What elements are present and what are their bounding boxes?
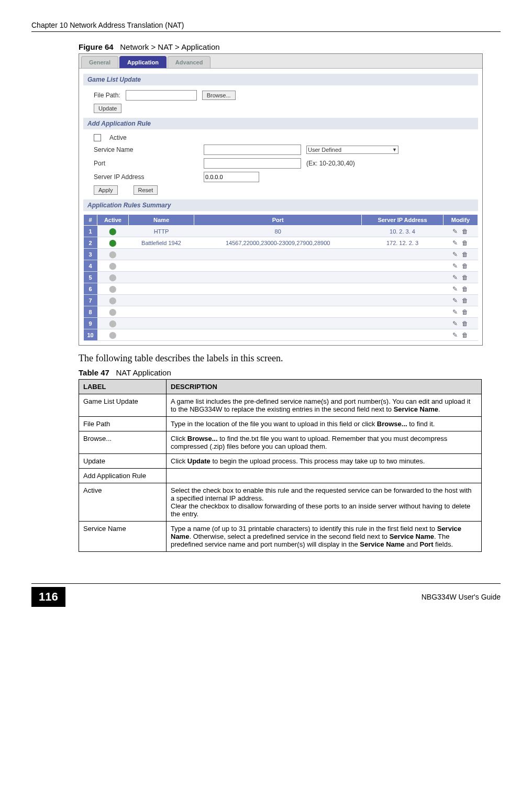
row-active: ⬤	[97, 272, 129, 283]
row-server-ip: 172. 12. 2. 3	[362, 237, 444, 249]
row-port	[194, 249, 362, 260]
service-name-input[interactable]	[204, 145, 301, 155]
desc-row: UpdateClick Update to begin the upload p…	[79, 454, 482, 469]
lightbulb-off-icon: ⬤	[109, 250, 117, 258]
trash-icon[interactable]: 🗑	[462, 285, 468, 293]
row-port	[194, 260, 362, 272]
port-input[interactable]	[204, 158, 301, 169]
service-dropdown[interactable]: User Defined ▼	[306, 146, 398, 154]
row-port	[194, 329, 362, 341]
edit-icon[interactable]: ✎	[452, 251, 458, 258]
desc-text: Type a name (of up to 31 printable chara…	[167, 522, 482, 552]
row-port	[194, 306, 362, 318]
desc-label: Add Application Rule	[79, 469, 167, 483]
lightbulb-off-icon: ⬤	[109, 273, 117, 281]
server-ip-input[interactable]	[204, 172, 259, 182]
row-number: 9	[84, 318, 97, 329]
row-server-ip	[362, 249, 444, 260]
trash-icon[interactable]: 🗑	[462, 308, 468, 316]
section-game-list-update: Game List Update	[83, 74, 478, 85]
row-name	[128, 249, 194, 260]
edit-icon[interactable]: ✎	[452, 331, 458, 339]
trash-icon[interactable]: 🗑	[462, 262, 468, 270]
screenshot-container: General Application Advanced Game List U…	[79, 53, 483, 346]
desc-text	[167, 469, 482, 483]
trash-icon[interactable]: 🗑	[462, 320, 468, 327]
port-label: Port	[94, 160, 198, 167]
row-number: 3	[84, 249, 97, 260]
tab-advanced[interactable]: Advanced	[168, 56, 211, 68]
desc-label: Game List Update	[79, 394, 167, 417]
desc-row: Service NameType a name (of up to 31 pri…	[79, 522, 482, 552]
table-row: 1⬤HTTP8010. 2. 3. 4✎🗑	[84, 226, 478, 237]
row-port	[194, 283, 362, 295]
description-table: LABEL DESCRIPTION Game List UpdateA game…	[79, 379, 482, 552]
row-number: 6	[84, 283, 97, 295]
row-name	[128, 306, 194, 318]
trash-icon[interactable]: 🗑	[462, 331, 468, 339]
edit-icon[interactable]: ✎	[452, 262, 458, 270]
reset-button[interactable]: Reset	[134, 185, 158, 195]
row-server-ip: 10. 2. 3. 4	[362, 226, 444, 237]
desc-label: Service Name	[79, 522, 167, 552]
figure-caption: Figure 64 Network > NAT > Application	[79, 42, 501, 51]
edit-icon[interactable]: ✎	[452, 274, 458, 281]
desc-text: Click Update to begin the upload process…	[167, 454, 482, 469]
server-ip-label: Server IP Address	[94, 173, 198, 181]
desc-header-desc: DESCRIPTION	[167, 380, 482, 394]
col-active: Active	[97, 215, 129, 226]
service-name-label: Service Name	[94, 146, 198, 153]
row-active: ⬤	[97, 295, 129, 306]
edit-icon[interactable]: ✎	[452, 285, 458, 293]
row-server-ip	[362, 283, 444, 295]
trash-icon[interactable]: 🗑	[462, 297, 468, 304]
apply-button[interactable]: Apply	[94, 185, 118, 195]
row-modify: ✎🗑	[443, 295, 478, 306]
trash-icon[interactable]: 🗑	[462, 239, 468, 247]
edit-icon[interactable]: ✎	[452, 308, 458, 316]
col-modify: Modify	[443, 215, 478, 226]
page-footer: 116 NBG334W User's Guide	[31, 583, 501, 607]
row-name: Battlefield 1942	[128, 237, 194, 249]
row-number: 2	[84, 237, 97, 249]
table-row: 9⬤✎🗑	[84, 318, 478, 329]
col-port: Port	[194, 215, 362, 226]
row-server-ip	[362, 295, 444, 306]
col-server-ip: Server IP Address	[362, 215, 444, 226]
table-row: 7⬤✎🗑	[84, 295, 478, 306]
trash-icon[interactable]: 🗑	[462, 274, 468, 281]
tab-application[interactable]: Application	[119, 56, 167, 68]
file-path-input[interactable]	[126, 90, 197, 101]
trash-icon[interactable]: 🗑	[462, 228, 468, 235]
active-checkbox[interactable]	[94, 134, 101, 141]
row-active: ⬤	[97, 329, 129, 341]
row-number: 5	[84, 272, 97, 283]
table-row: 3⬤✎🗑	[84, 249, 478, 260]
trash-icon[interactable]: 🗑	[462, 251, 468, 258]
table-row: 10⬤✎🗑	[84, 329, 478, 341]
row-modify: ✎🗑	[443, 226, 478, 237]
row-modify: ✎🗑	[443, 237, 478, 249]
desc-label: Active	[79, 483, 167, 522]
port-hint: (Ex: 10-20,30,40)	[306, 160, 355, 167]
lightbulb-on-icon: ⬤	[109, 227, 117, 235]
row-port	[194, 272, 362, 283]
rules-summary-table: # Active Name Port Server IP Address Mod…	[83, 214, 478, 341]
browse-button[interactable]: Browse...	[202, 91, 236, 100]
row-name	[128, 329, 194, 341]
section-application-rules-summary: Application Rules Summary	[83, 199, 478, 211]
desc-label: Browse...	[79, 431, 167, 454]
row-modify: ✎🗑	[443, 260, 478, 272]
edit-icon[interactable]: ✎	[452, 297, 458, 304]
tab-general[interactable]: General	[81, 56, 118, 68]
update-button[interactable]: Update	[94, 104, 121, 113]
edit-icon[interactable]: ✎	[452, 320, 458, 327]
chevron-down-icon: ▼	[392, 147, 397, 152]
row-number: 8	[84, 306, 97, 318]
edit-icon[interactable]: ✎	[452, 228, 458, 235]
row-modify: ✎🗑	[443, 329, 478, 341]
edit-icon[interactable]: ✎	[452, 239, 458, 247]
figure-text: Network > NAT > Application	[120, 42, 219, 51]
desc-label: Update	[79, 454, 167, 469]
row-active: ⬤	[97, 306, 129, 318]
